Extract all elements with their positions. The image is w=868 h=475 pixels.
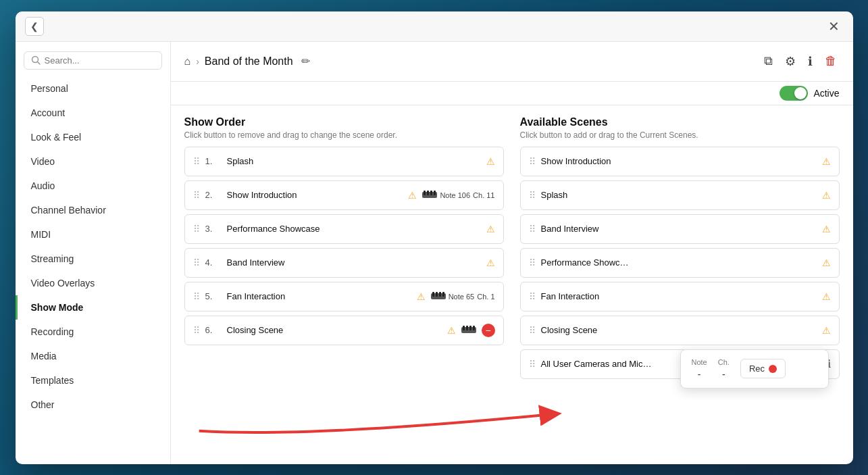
active-toggle[interactable] xyxy=(780,86,808,101)
content-header: ⌂ › Band of the Month ✏ ⧉ ⚙ ℹ xyxy=(171,42,853,82)
rec-dot-icon xyxy=(769,365,777,373)
sidebar-item-recording[interactable]: Recording xyxy=(16,320,170,344)
midi-chip: Note 106 Ch. 11 xyxy=(422,191,494,199)
sidebar-item-show-mode[interactable]: Show Mode xyxy=(16,295,170,320)
sidebar-item-video[interactable]: Video xyxy=(16,149,170,174)
trash-icon: 🗑 xyxy=(825,54,837,68)
drag-handle[interactable]: ⠿ xyxy=(529,156,536,167)
rec-label: Rec xyxy=(749,364,765,374)
svg-rect-13 xyxy=(463,326,465,330)
drag-handle[interactable]: ⠿ xyxy=(529,224,536,234)
scene-name: Show Introduction xyxy=(541,156,817,166)
close-button[interactable]: ✕ xyxy=(825,17,844,36)
rec-button[interactable]: Rec xyxy=(740,359,786,378)
sidebar-item-midi[interactable]: MIDI xyxy=(16,222,170,247)
show-order-subtitle: Click button to remove and drag to chang… xyxy=(184,130,504,140)
active-toggle-area: Active xyxy=(171,82,853,105)
scene-number: 1. xyxy=(205,156,222,166)
svg-rect-8 xyxy=(432,292,434,297)
sidebar: PersonalAccountLook & FeelVideoAudioChan… xyxy=(16,42,171,464)
page-title: Band of the Month xyxy=(205,55,293,68)
available-scene-row: ⠿ Band Interview ⚠ xyxy=(520,214,840,244)
drag-handle[interactable]: ⠿ xyxy=(193,224,200,234)
settings-button[interactable]: ⚙ xyxy=(782,51,798,72)
midi-popup: Note - Ch. - Rec xyxy=(680,349,829,389)
main-modal: ❮ ✕ PersonalAccountLook & FeelVideoAudio… xyxy=(16,11,853,464)
available-scenes-list: ⠿ Show Introduction ⚠ ⠿ Splash ⚠ ⠿ Band … xyxy=(520,147,840,379)
sidebar-item-media[interactable]: Media xyxy=(16,344,170,368)
sidebar-item-streaming[interactable]: Streaming xyxy=(16,247,170,271)
remove-scene-button[interactable]: − xyxy=(482,324,495,337)
sidebar-item-personal[interactable]: Personal xyxy=(16,76,170,101)
delete-button[interactable]: 🗑 xyxy=(822,51,840,71)
drag-handle[interactable]: ⠿ xyxy=(193,156,200,167)
scene-name: Fan Interaction xyxy=(227,291,411,301)
midi-icon xyxy=(422,191,437,199)
warning-icon: ⚠ xyxy=(486,257,495,268)
sidebar-item-audio[interactable]: Audio xyxy=(16,174,170,198)
midi-note-label: Note xyxy=(692,358,707,366)
available-scenes-subtitle: Click button to add or drag to the Curre… xyxy=(520,130,840,140)
drag-handle[interactable]: ⠿ xyxy=(529,257,536,268)
home-button[interactable]: ⌂ xyxy=(184,55,191,68)
available-scene-row: ⠿ Performance Showc… ⚠ xyxy=(520,248,840,278)
warning-icon: ⚠ xyxy=(486,224,495,234)
midi-ch-col: Ch. - xyxy=(718,358,730,380)
scene-name: Show Introduction xyxy=(227,190,403,200)
svg-rect-14 xyxy=(466,326,468,330)
breadcrumb-arrow: › xyxy=(196,56,199,67)
scene-name: Performance Showc… xyxy=(541,257,817,268)
scene-name: Closing Scene xyxy=(227,325,442,335)
show-order-row: ⠿ 4. Band Interview ⚠ xyxy=(184,248,504,278)
drag-handle[interactable]: ⠿ xyxy=(193,325,200,336)
available-scenes-title: Available Scenes xyxy=(520,116,840,128)
sidebar-item-channel-behavior[interactable]: Channel Behavior xyxy=(16,198,170,222)
sidebar-item-templates[interactable]: Templates xyxy=(16,368,170,393)
show-order-row: ⠿ 2. Show Introduction ⚠ Note 106 Ch. 11 xyxy=(184,180,504,210)
scene-name: Splash xyxy=(541,190,817,200)
drag-handle[interactable]: ⠿ xyxy=(193,190,200,201)
collapse-button[interactable]: ❮ xyxy=(25,17,44,36)
scene-name: Band Interview xyxy=(227,257,481,268)
sidebar-item-video-overlays[interactable]: Video Overlays xyxy=(16,271,170,295)
scene-name: Closing Scene xyxy=(541,325,817,335)
close-icon: ✕ xyxy=(828,18,840,34)
warning-icon: ⚠ xyxy=(822,190,831,201)
scene-number: 2. xyxy=(205,190,222,200)
available-scene-row: ⠿ Show Introduction ⚠ xyxy=(520,147,840,176)
info-button[interactable]: ℹ xyxy=(805,51,815,72)
show-order-title: Show Order xyxy=(184,116,504,128)
scene-number: 3. xyxy=(205,224,222,234)
drag-handle[interactable]: ⠿ xyxy=(529,190,536,201)
sidebar-item-other[interactable]: Other xyxy=(16,393,170,417)
svg-rect-9 xyxy=(436,292,438,297)
warning-icon: ⚠ xyxy=(822,325,831,336)
drag-handle[interactable]: ⠿ xyxy=(529,359,536,370)
sidebar-item-look---feel[interactable]: Look & Feel xyxy=(16,125,170,149)
scene-number: 5. xyxy=(205,291,222,301)
midi-keyboard-icon[interactable] xyxy=(461,326,476,334)
svg-rect-3 xyxy=(424,191,426,195)
show-order-row: ⠿ 1. Splash ⚠ xyxy=(184,147,504,176)
sidebar-item-account[interactable]: Account xyxy=(16,101,170,125)
main-content: ⌂ › Band of the Month ✏ ⧉ ⚙ ℹ xyxy=(171,42,853,464)
scene-name: Splash xyxy=(227,156,481,166)
svg-rect-10 xyxy=(439,292,441,297)
show-order-row: ⠿ 6. Closing Scene ⚠ − xyxy=(184,316,504,345)
copy-button[interactable]: ⧉ xyxy=(761,51,775,71)
midi-note: Note 106 xyxy=(440,191,470,199)
drag-handle[interactable]: ⠿ xyxy=(529,291,536,302)
sidebar-items: PersonalAccountLook & FeelVideoAudioChan… xyxy=(16,76,170,417)
search-icon xyxy=(31,55,41,65)
svg-line-1 xyxy=(37,62,40,65)
midi-note-col: Note - xyxy=(692,358,707,380)
search-box[interactable] xyxy=(24,51,162,70)
drag-handle[interactable]: ⠿ xyxy=(529,325,536,336)
midi-icon xyxy=(431,292,446,301)
drag-handle[interactable]: ⠿ xyxy=(193,291,200,302)
show-order-row: ⠿ 5. Fan Interaction ⚠ Note 65 Ch. 1 xyxy=(184,282,504,311)
search-input[interactable] xyxy=(45,55,155,66)
midi-note-value: - xyxy=(698,369,701,380)
drag-handle[interactable]: ⠿ xyxy=(193,257,200,268)
edit-button[interactable]: ✏ xyxy=(301,55,310,68)
